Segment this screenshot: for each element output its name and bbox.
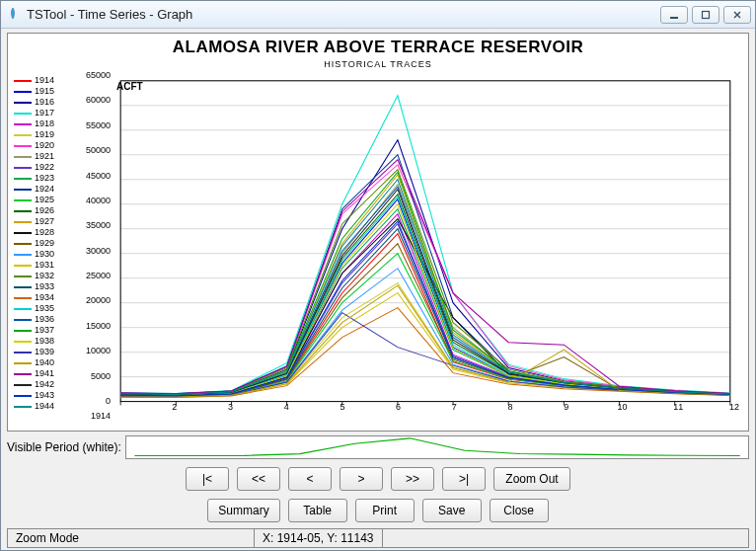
legend-item[interactable]: 1933 bbox=[14, 281, 69, 292]
status-bar: Zoom Mode X: 1914-05, Y: 11143 bbox=[7, 528, 749, 548]
legend-item[interactable]: 1918 bbox=[14, 118, 69, 129]
legend-swatch bbox=[14, 178, 32, 180]
nav-button-row: |< << < > >> >| Zoom Out bbox=[7, 467, 749, 491]
legend-item[interactable]: 1928 bbox=[14, 227, 69, 238]
legend-item[interactable]: 1919 bbox=[14, 129, 69, 140]
x-tick-label: 7 bbox=[452, 402, 457, 412]
x-tick-label: 2 bbox=[172, 402, 177, 412]
legend-item[interactable]: 1915 bbox=[14, 86, 69, 97]
legend-swatch bbox=[14, 189, 32, 191]
legend-swatch bbox=[14, 384, 32, 386]
plot-area[interactable]: 6500060000550005000045000400003500030000… bbox=[73, 75, 734, 419]
legend-item[interactable]: 1931 bbox=[14, 260, 69, 271]
legend-swatch bbox=[14, 80, 32, 82]
legend-item[interactable]: 1944 bbox=[14, 401, 69, 412]
summary-button[interactable]: Summary bbox=[207, 499, 279, 522]
legend-label: 1915 bbox=[35, 86, 54, 97]
legend-item[interactable]: 1940 bbox=[14, 357, 69, 368]
close-window-button[interactable]: Close bbox=[490, 499, 549, 522]
legend-item[interactable]: 1929 bbox=[14, 238, 69, 249]
legend: 1914191519161917191819191920192119221923… bbox=[14, 75, 69, 419]
legend-item[interactable]: 1924 bbox=[14, 184, 69, 195]
legend-item[interactable]: 1941 bbox=[14, 368, 69, 379]
legend-label: 1932 bbox=[35, 271, 54, 281]
legend-item[interactable]: 1932 bbox=[14, 271, 69, 281]
legend-item[interactable]: 1920 bbox=[14, 140, 69, 151]
visible-period-row: Visible Period (white): bbox=[7, 435, 749, 459]
legend-item[interactable]: 1923 bbox=[14, 173, 69, 184]
legend-swatch bbox=[14, 113, 32, 115]
legend-item[interactable]: 1937 bbox=[14, 325, 69, 336]
legend-swatch bbox=[14, 276, 32, 277]
chart-panel: ALAMOSA RIVER ABOVE TERRACE RESERVOIR HI… bbox=[7, 33, 749, 432]
legend-label: 1930 bbox=[35, 249, 54, 260]
legend-swatch bbox=[14, 265, 32, 267]
overview-svg bbox=[126, 436, 748, 458]
legend-label: 1927 bbox=[35, 216, 54, 227]
legend-item[interactable]: 1916 bbox=[14, 97, 69, 108]
legend-label: 1929 bbox=[35, 238, 54, 249]
fast-back-button[interactable]: << bbox=[237, 467, 280, 491]
plot-svg[interactable] bbox=[73, 75, 734, 419]
legend-swatch bbox=[14, 199, 32, 201]
legend-label: 1925 bbox=[35, 195, 54, 205]
legend-item[interactable]: 1925 bbox=[14, 195, 69, 205]
legend-swatch bbox=[14, 319, 32, 321]
legend-swatch bbox=[14, 221, 32, 223]
client-area: ALAMOSA RIVER ABOVE TERRACE RESERVOIR HI… bbox=[1, 29, 755, 550]
legend-label: 1933 bbox=[35, 281, 54, 292]
legend-label: 1921 bbox=[35, 151, 54, 162]
legend-item[interactable]: 1930 bbox=[14, 249, 69, 260]
back-button[interactable]: < bbox=[288, 467, 332, 491]
legend-item[interactable]: 1936 bbox=[14, 314, 69, 325]
legend-item[interactable]: 1938 bbox=[14, 336, 69, 347]
chart-title: ALAMOSA RIVER ABOVE TERRACE RESERVOIR bbox=[8, 38, 748, 57]
legend-swatch bbox=[14, 373, 32, 375]
legend-item[interactable]: 1934 bbox=[14, 292, 69, 303]
legend-item[interactable]: 1943 bbox=[14, 390, 69, 401]
legend-label: 1941 bbox=[35, 368, 54, 379]
last-button[interactable]: >| bbox=[442, 467, 486, 491]
legend-item[interactable]: 1921 bbox=[14, 151, 69, 162]
legend-item[interactable]: 1914 bbox=[14, 75, 69, 86]
x-tick-label: 12 bbox=[729, 402, 739, 412]
legend-swatch bbox=[14, 123, 32, 125]
legend-item[interactable]: 1935 bbox=[14, 303, 69, 314]
zoom-out-button[interactable]: Zoom Out bbox=[493, 467, 570, 491]
legend-label: 1944 bbox=[35, 401, 54, 412]
legend-item[interactable]: 1917 bbox=[14, 108, 69, 118]
x-tick-label: 11 bbox=[673, 402, 683, 412]
legend-swatch bbox=[14, 406, 32, 408]
fast-fwd-button[interactable]: >> bbox=[391, 467, 434, 491]
table-button[interactable]: Table bbox=[288, 499, 347, 522]
legend-swatch bbox=[14, 134, 32, 136]
legend-swatch bbox=[14, 308, 32, 310]
legend-item[interactable]: 1922 bbox=[14, 162, 69, 173]
first-button[interactable]: |< bbox=[186, 467, 229, 491]
save-button[interactable]: Save bbox=[422, 499, 482, 522]
print-button[interactable]: Print bbox=[355, 499, 415, 522]
forward-button[interactable]: > bbox=[340, 467, 383, 491]
legend-item[interactable]: 1927 bbox=[14, 216, 69, 227]
legend-item[interactable]: 1939 bbox=[14, 347, 69, 357]
legend-swatch bbox=[14, 156, 32, 158]
minimize-button[interactable] bbox=[660, 6, 688, 24]
legend-item[interactable]: 1926 bbox=[14, 205, 69, 216]
legend-label: 1918 bbox=[35, 118, 54, 129]
legend-label: 1914 bbox=[35, 75, 54, 86]
x-tick-label: 9 bbox=[564, 402, 568, 412]
legend-label: 1935 bbox=[35, 303, 54, 314]
visible-period-label: Visible Period (white): bbox=[7, 440, 121, 454]
legend-item[interactable]: 1942 bbox=[14, 379, 69, 390]
maximize-button[interactable] bbox=[692, 6, 719, 24]
close-button[interactable] bbox=[723, 6, 751, 24]
legend-label: 1916 bbox=[35, 97, 54, 108]
action-button-row: Summary Table Print Save Close bbox=[7, 499, 749, 522]
titlebar[interactable]: TSTool - Time Series - Graph bbox=[1, 1, 755, 29]
legend-swatch bbox=[14, 167, 32, 169]
app-icon bbox=[5, 7, 21, 23]
legend-label: 1931 bbox=[35, 260, 54, 271]
x-tick-label: 3 bbox=[228, 402, 233, 412]
visible-period-canvas[interactable] bbox=[125, 435, 749, 459]
x-tick-label: 8 bbox=[508, 402, 513, 412]
